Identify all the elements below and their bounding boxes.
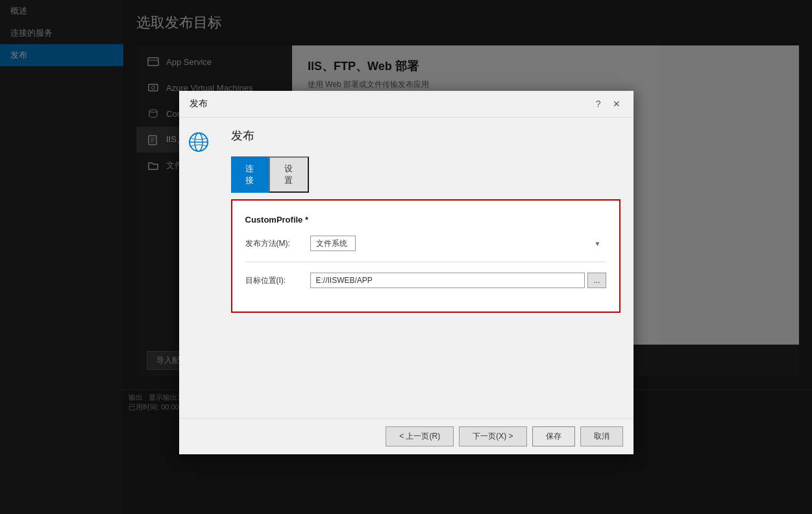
close-icon: ✕ <box>613 99 621 109</box>
modal-help-button[interactable]: ? <box>593 97 604 110</box>
target-input[interactable] <box>310 273 585 288</box>
form-separator <box>245 262 606 262</box>
target-row: 目标位置(I): ... <box>245 273 606 288</box>
modal-overlay: 发布 ? ✕ <box>0 0 812 514</box>
modal-header-icons: ? ✕ <box>593 97 623 110</box>
save-button[interactable]: 保存 <box>532 426 575 447</box>
method-select-wrapper: 文件系统Web 部署FTP <box>310 236 606 251</box>
publish-modal: 发布 ? ✕ <box>179 91 634 454</box>
profile-label: CustomProfile * <box>245 215 309 225</box>
modal-footer: < 上一页(R) 下一页(X) > 保存 取消 <box>179 418 634 454</box>
form-area: CustomProfile * 发布方法(M): 文件系统Web 部署FTP 目… <box>231 199 621 313</box>
globe-icon <box>187 130 210 156</box>
browse-button[interactable]: ... <box>587 273 606 288</box>
modal-tabs: 连接 设置 <box>231 156 309 193</box>
tab-connect[interactable]: 连接 <box>231 156 269 193</box>
target-label: 目标位置(I): <box>245 275 304 286</box>
prev-button[interactable]: < 上一页(R) <box>386 426 454 447</box>
method-select[interactable]: 文件系统Web 部署FTP <box>310 236 356 251</box>
next-button[interactable]: 下一页(X) > <box>459 426 526 447</box>
modal-globe-area <box>179 117 218 418</box>
modal-close-button[interactable]: ✕ <box>610 97 623 110</box>
method-label: 发布方法(M): <box>245 238 304 249</box>
method-row: 发布方法(M): 文件系统Web 部署FTP <box>245 236 606 251</box>
modal-body: 发布 连接 设置 CustomProfile * <box>179 117 634 418</box>
modal-section-title: 发布 <box>231 128 621 143</box>
modal-header-title: 发布 <box>190 98 208 110</box>
help-icon: ? <box>596 99 601 109</box>
tab-settings[interactable]: 设置 <box>269 156 309 193</box>
modal-header: 发布 ? ✕ <box>179 91 634 117</box>
cancel-button[interactable]: 取消 <box>580 426 623 447</box>
modal-content: 发布 连接 设置 CustomProfile * <box>218 117 634 418</box>
